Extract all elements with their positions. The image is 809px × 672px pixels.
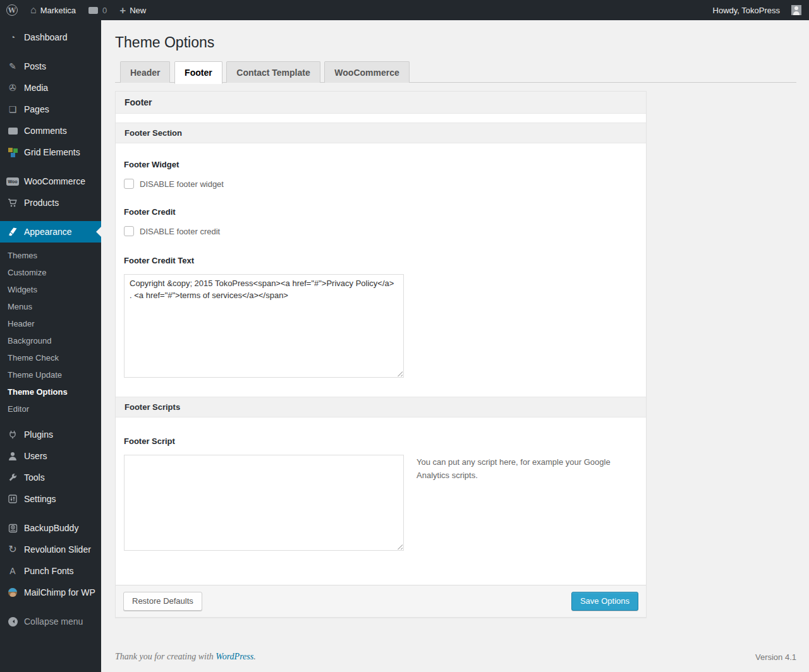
sidebar-label: Posts	[24, 61, 46, 71]
submenu-customize[interactable]: Customize	[0, 264, 101, 281]
sidebar-item-grid-elements[interactable]: Grid Elements	[0, 141, 101, 163]
sidebar-item-settings[interactable]: Settings	[0, 488, 101, 510]
sidebar-item-users[interactable]: Users	[0, 445, 101, 467]
user-avatar	[791, 5, 801, 15]
sidebar-item-posts[interactable]: ✎ Posts	[0, 56, 101, 77]
sidebar-item-tools[interactable]: Tools	[0, 467, 101, 488]
wordpress-logo-menu[interactable]: W	[0, 0, 24, 20]
admin-sidebar: ◔ Dashboard ✎ Posts ✇ Media ❏ Pages Comm…	[0, 20, 101, 672]
sidebar-item-punch-fonts[interactable]: A Punch Fonts	[0, 560, 101, 582]
sliders-icon	[6, 495, 20, 503]
user-icon	[6, 452, 20, 460]
submenu-theme-update[interactable]: Theme Update	[0, 366, 101, 383]
new-label: New	[130, 6, 146, 15]
tab-header[interactable]: Header	[120, 61, 170, 83]
sidebar-label: Users	[24, 451, 47, 461]
sidebar-label: Settings	[24, 494, 56, 504]
footer-scripts-body: Footer Script You can put any script her…	[116, 417, 646, 585]
refresh-icon: ↻	[6, 544, 20, 555]
sidebar-label: Grid Elements	[24, 147, 80, 157]
sidebar-item-plugins[interactable]: Plugins	[0, 424, 101, 445]
media-icon: ✇	[6, 83, 20, 92]
brush-icon	[6, 227, 20, 237]
version-text: Version 4.1	[755, 652, 796, 662]
submenu-widgets[interactable]: Widgets	[0, 281, 101, 298]
sidebar-label: Plugins	[24, 429, 53, 440]
site-name-menu[interactable]: ⌂ Marketica	[24, 0, 82, 20]
woocommerce-icon: Woo	[6, 177, 20, 186]
plug-icon	[6, 430, 20, 439]
comment-bubble-icon	[88, 7, 98, 14]
submenu-header[interactable]: Header	[0, 315, 101, 332]
panel-title: Footer	[116, 92, 646, 114]
comments-admin-bar[interactable]: 0	[82, 0, 113, 20]
pushpin-icon: ✎	[6, 62, 20, 71]
sidebar-label: WooCommerce	[24, 176, 85, 186]
sidebar-label: Pages	[24, 104, 49, 114]
sidebar-label: Revolution Slider	[24, 544, 91, 555]
panel-action-bar: Restore Defaults Save Options	[116, 585, 646, 617]
sidebar-item-appearance[interactable]: Appearance	[0, 221, 101, 243]
sidebar-item-woocommerce[interactable]: Woo WooCommerce	[0, 171, 101, 192]
submenu-themes[interactable]: Themes	[0, 247, 101, 264]
submenu-theme-check[interactable]: Theme Check	[0, 349, 101, 366]
wordpress-logo-icon: W	[6, 4, 18, 16]
tab-contact-template[interactable]: Contact Template	[226, 61, 320, 83]
sidebar-label: Punch Fonts	[24, 566, 74, 576]
sidebar-label: Products	[24, 198, 59, 208]
pages-icon: ❏	[6, 105, 20, 114]
sidebar-label: Tools	[24, 472, 45, 483]
footer-credit-text-label: Footer Credit Text	[124, 256, 637, 265]
dashboard-icon: ◔	[6, 33, 20, 42]
comment-count: 0	[102, 6, 107, 15]
sidebar-item-media[interactable]: ✇ Media	[0, 77, 101, 99]
main-content: Theme Options Header Footer Contact Temp…	[101, 20, 809, 672]
plus-icon: +	[119, 5, 126, 16]
submenu-theme-options[interactable]: Theme Options	[0, 383, 101, 400]
footer-script-textarea[interactable]	[124, 455, 404, 551]
disable-footer-widget-checkbox[interactable]	[124, 179, 134, 189]
footer-script-help-text: You can put any script here, for example…	[417, 456, 614, 483]
appearance-submenu: Themes Customize Widgets Menus Header Ba…	[0, 243, 101, 424]
submenu-editor[interactable]: Editor	[0, 400, 101, 417]
sidebar-item-backupbuddy[interactable]: BackupBuddy	[0, 517, 101, 539]
footer-thanks-text: Thank you for creating with WordPress.	[115, 652, 256, 662]
wordpress-link[interactable]: WordPress	[216, 652, 253, 661]
sidebar-label: Collapse menu	[24, 616, 83, 627]
collapse-menu-button[interactable]: Collapse menu	[0, 611, 101, 632]
footer-widget-label: Footer Widget	[124, 160, 637, 169]
footer-credit-label: Footer Credit	[124, 207, 637, 217]
wrench-icon	[6, 473, 20, 482]
sidebar-item-dashboard[interactable]: ◔ Dashboard	[0, 27, 101, 48]
submenu-background[interactable]: Background	[0, 332, 101, 349]
disable-footer-credit-checkbox[interactable]	[124, 226, 134, 236]
sidebar-label: MailChimp for WP	[24, 587, 95, 597]
sidebar-item-products[interactable]: Products	[0, 192, 101, 213]
footer-credit-text-textarea[interactable]: Copyright &copy; 2015 TokoPress<span><a …	[124, 274, 404, 378]
save-options-button[interactable]: Save Options	[571, 592, 638, 611]
disable-footer-widget-label: DISABLE footer widget	[140, 179, 224, 189]
restore-defaults-button[interactable]: Restore Defaults	[123, 592, 202, 611]
comments-icon	[6, 128, 20, 135]
footer-section-header: Footer Section	[116, 123, 646, 143]
tab-bar: Header Footer Contact Template WooCommer…	[115, 59, 796, 83]
footer-section-body: Footer Widget DISABLE footer widget Foot…	[116, 143, 646, 397]
sidebar-item-pages[interactable]: ❏ Pages	[0, 99, 101, 120]
sidebar-label: Dashboard	[24, 32, 68, 42]
sidebar-item-mailchimp[interactable]: MailChimp for WP	[0, 582, 101, 603]
grid-elements-icon	[6, 148, 20, 157]
new-content-menu[interactable]: + New	[113, 0, 152, 20]
theme-options-panel: Footer Footer Section Footer Widget DISA…	[115, 91, 647, 618]
my-account-menu[interactable]: Howdy, TokoPress	[707, 0, 791, 20]
letter-a-icon: A	[6, 567, 20, 575]
submenu-menus[interactable]: Menus	[0, 298, 101, 315]
sidebar-item-comments[interactable]: Comments	[0, 120, 101, 141]
footer-scripts-header: Footer Scripts	[116, 397, 646, 417]
collapse-arrow-icon	[6, 617, 20, 627]
sidebar-label: Comments	[24, 126, 67, 136]
sidebar-item-revolution-slider[interactable]: ↻ Revolution Slider	[0, 539, 101, 560]
tab-footer[interactable]: Footer	[174, 61, 222, 84]
admin-bar: W ⌂ Marketica 0 + New Howdy, TokoPress	[0, 0, 809, 20]
tab-woocommerce[interactable]: WooCommerce	[324, 61, 409, 83]
footer-script-label: Footer Script	[124, 436, 637, 446]
